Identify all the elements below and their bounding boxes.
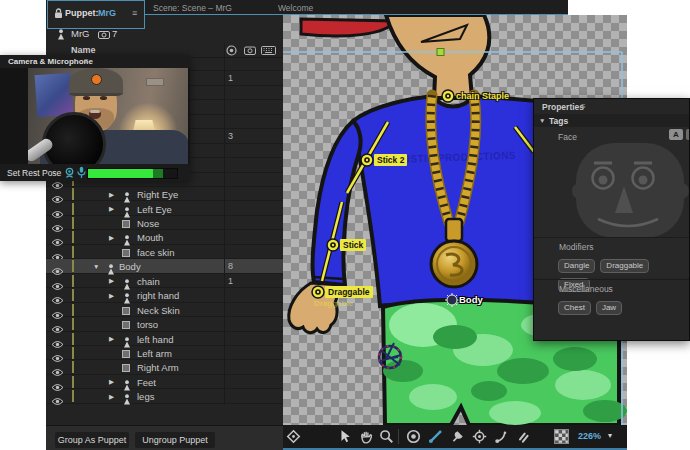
properties-menu-icon[interactable]: ≡ (581, 102, 586, 111)
zoom-caret-down-icon[interactable]: ▾ (608, 431, 612, 440)
tag-color-bar (72, 275, 74, 287)
body-label[interactable]: Body (459, 294, 483, 305)
draggable-label[interactable]: Draggable (325, 286, 373, 298)
layer-name: face skin (137, 247, 175, 258)
layer-name: chain (137, 276, 160, 287)
expand-arrow-right-icon[interactable]: ▶ (109, 205, 114, 213)
zoom-tool-icon[interactable] (379, 429, 395, 445)
tag-color-bar (72, 203, 74, 215)
record-tool-icon[interactable] (406, 429, 422, 445)
webcam-toggle-icon[interactable] (64, 167, 75, 178)
layer-row[interactable]: ▶Feet (46, 375, 283, 389)
panel-menu-icon[interactable]: ≡ (132, 8, 137, 18)
expand-arrow-right-icon[interactable]: ▶ (109, 393, 114, 401)
expand-arrow-right-icon[interactable]: ▶ (109, 292, 114, 300)
layer-row[interactable]: ▶Right Eye (46, 187, 283, 201)
expand-arrow-right-icon[interactable]: ▶ (109, 335, 114, 343)
layer-row[interactable]: ▶legs (46, 389, 283, 403)
camera-view-count: 7 (112, 28, 117, 39)
tag-color-bar (72, 231, 74, 243)
chain-staple-handle[interactable] (442, 90, 454, 102)
layer-row[interactable]: Neck Skin (46, 303, 283, 317)
layer-name: left hand (137, 334, 173, 345)
stick2-label[interactable]: Stick 2 (374, 154, 407, 166)
sleeve-shape (313, 121, 361, 285)
tags-section-header[interactable]: ▼ Tags (534, 114, 689, 127)
select-tool-icon[interactable] (338, 429, 354, 445)
expand-arrow-right-icon[interactable]: ▶ (109, 277, 114, 285)
layer-row[interactable]: torso (46, 317, 283, 331)
expand-arrow-right-icon[interactable]: ▶ (109, 191, 114, 199)
body-origin-handle[interactable] (445, 293, 459, 307)
zoom-level-control[interactable]: 226% (578, 431, 601, 441)
misc-tag[interactable]: Chest (558, 301, 591, 315)
camera-column-icon[interactable] (244, 46, 256, 55)
layer-row[interactable]: Left arm (46, 346, 283, 360)
head-shape (386, 15, 489, 98)
transparency-grid-toggle-icon[interactable] (554, 429, 570, 445)
tag-color-bar (72, 260, 74, 272)
record-toggle-icon[interactable] (226, 45, 237, 56)
set-rest-pose-button[interactable]: Set Rest Pose (7, 168, 61, 178)
modifier-tag[interactable]: Draggable (600, 259, 649, 273)
chain-staple-label[interactable]: chain Staple (456, 91, 509, 101)
free-transform-tool-icon[interactable] (286, 429, 302, 445)
properties-panel-title: Properties (542, 102, 584, 112)
layer-name: Feet (137, 377, 156, 388)
misc-tag[interactable]: Jaw (596, 301, 622, 315)
cap-brim-shape (301, 19, 395, 36)
tab-scene[interactable]: Scene: Scene – MrG (153, 3, 232, 13)
layer-row[interactable]: face skin (46, 245, 283, 259)
stick-label[interactable]: Stick (340, 239, 366, 251)
camera-panel-titlebar: Camera & Microphone ≡ (0, 55, 190, 68)
mesh-layer-icon (122, 321, 130, 329)
modifier-tag[interactable]: Dangle (558, 259, 595, 273)
group-as-puppet-button[interactable]: Group As Puppet (55, 432, 129, 448)
layer-row[interactable]: ▶Mouth (46, 230, 283, 244)
tab-puppet-active[interactable]: Puppet: MrG ≡ (47, 0, 145, 29)
selection-top-handle (437, 49, 444, 56)
microphone-toggle-icon[interactable] (77, 166, 86, 179)
ceiling-vent (146, 78, 164, 86)
attach-tool-icon[interactable] (516, 429, 532, 445)
camera-badge-icon (98, 30, 110, 39)
layer-row[interactable]: ▶right hand (46, 288, 283, 302)
visibility-eye-icon[interactable] (51, 392, 64, 410)
face-extra-button-partial[interactable] (686, 129, 689, 140)
keyboard-column-icon[interactable] (261, 46, 276, 55)
dangle-tool-icon[interactable] (494, 429, 510, 445)
layer-row[interactable]: Nose (46, 216, 283, 230)
miscellaneous-section-title: Miscellaneous (559, 284, 613, 294)
expand-arrow-right-icon[interactable]: ▶ (109, 378, 114, 386)
layer-name: torso (137, 319, 158, 330)
mesh-layer-icon (122, 249, 130, 257)
face-a-button[interactable]: A (669, 129, 683, 140)
draggable-handle[interactable] (312, 286, 324, 298)
tag-color-bar (72, 390, 74, 402)
person-left-eye (83, 96, 90, 100)
layer-row[interactable]: ▶Left Eye (46, 202, 283, 216)
group-puppet-icon (122, 391, 132, 409)
stick-tool-icon[interactable] (428, 429, 444, 445)
tags-collapse-arrow-icon[interactable]: ▼ (539, 117, 545, 124)
layer-row[interactable]: Right Arm (46, 360, 283, 374)
camera-microphone-panel: Camera & Microphone ≡ Set Rest Pose (0, 55, 190, 181)
layer-row[interactable]: 8▼Body (46, 259, 283, 273)
active-tab-underline (143, 14, 568, 16)
misc-tags-row: ChestJaw (558, 296, 627, 315)
camera-panel-menu-icon[interactable]: ≡ (84, 57, 89, 66)
expand-arrow-down-icon[interactable]: ▼ (93, 263, 99, 270)
origin-tool-icon[interactable] (472, 429, 488, 445)
tab-welcome[interactable]: Welcome (278, 3, 313, 13)
layer-name: right hand (137, 290, 179, 301)
expand-arrow-right-icon[interactable]: ▶ (109, 234, 114, 242)
cap-logo (91, 74, 102, 85)
ungroup-puppet-button[interactable]: Ungroup Puppet (135, 432, 215, 448)
pin-tool-icon[interactable] (450, 429, 466, 445)
audio-level-fill (88, 169, 153, 178)
layer-row[interactable]: 1▶chain (46, 274, 283, 288)
layer-name: Right Eye (137, 189, 178, 200)
layer-name: Nose (137, 218, 159, 229)
hand-tool-icon[interactable] (359, 429, 375, 445)
layer-row[interactable]: ▶left hand (46, 332, 283, 346)
